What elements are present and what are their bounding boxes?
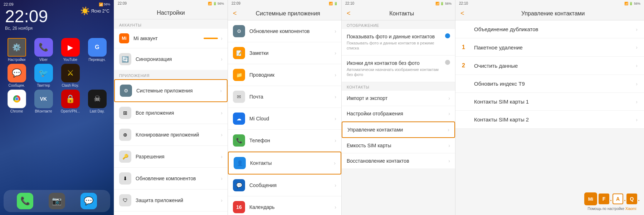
sim2-arrow: › (636, 117, 638, 123)
openvpn-icon: 🔒 (61, 90, 80, 108)
update-t9-item[interactable]: Обновить индекс T9 › (455, 75, 644, 93)
phone-arrow: › (335, 138, 336, 143)
mail-icon: ✉ (233, 91, 245, 103)
mi-account-arrow: › (221, 35, 223, 41)
sysapp-messages[interactable]: 💬 Сообщения › (228, 175, 341, 196)
settings-title: Настройки (119, 10, 223, 16)
system-apps-label: Системные приложения (136, 88, 220, 94)
sim2-item[interactable]: Контакты SIM карты 2 › (455, 111, 644, 129)
mail-label: Почта (249, 94, 335, 100)
update-components-icon: ⬇ (119, 172, 131, 185)
sysapp-notes[interactable]: 📝 Заметки › (228, 42, 341, 64)
show-photo-row[interactable]: Показывать фото и данные контактов Показ… (342, 29, 455, 56)
toggle-on-dot (445, 33, 450, 38)
faq-f-letter: F (599, 194, 609, 204)
icons-nophoto-toggle[interactable] (445, 60, 450, 65)
import-export-arrow: › (448, 95, 450, 101)
sysapp-contacts[interactable]: 👤 Контакты › (228, 152, 341, 175)
all-apps-icon: ⊞ (119, 107, 131, 119)
dock-camera[interactable]: 📷 (49, 193, 65, 209)
manage-panel: 22:10 📶 🔋 56% < Управление контактами Об… (455, 0, 644, 215)
show-photo-sub: Показывать фото и данные контактов в реж… (347, 40, 442, 51)
show-photo-text: Показывать фото и данные контактов Показ… (347, 33, 442, 51)
messages-label: Сообщения (249, 182, 335, 188)
merge-dupes-item[interactable]: Объединение дубликатов › (455, 20, 644, 38)
phone-label: Телефон (249, 138, 335, 143)
sysapp-mail[interactable]: ✉ Почта › (228, 86, 341, 108)
all-apps-item[interactable]: ⊞ Все приложения › (114, 102, 228, 124)
explorer-arrow: › (335, 72, 336, 78)
sysapps-back[interactable]: < (233, 10, 237, 17)
permissions-item[interactable]: 🔑 Разрешения › (114, 146, 228, 168)
update-components-item[interactable]: ⬇ Обновление компонентов › (114, 168, 228, 190)
settings-status-time: 22:09 (118, 1, 127, 5)
faq-mi-icon: Mi (584, 192, 597, 205)
icons-nophoto-sub: Автоматически назначать изображение конт… (347, 67, 442, 77)
svg-point-3 (15, 97, 18, 100)
contacts-status-bar: 22:10 📶 🔋 56% (342, 0, 455, 6)
sim2-label: Контакты SIM карты 2 (474, 116, 636, 123)
clear-arrow: › (636, 63, 638, 68)
contacts-label: Контакты (250, 160, 334, 166)
messages-icon2: 💬 (233, 179, 245, 191)
update-label: Обновление компонентов (249, 28, 335, 34)
manage-contacts-item[interactable]: Управление контактами › (342, 121, 455, 138)
sync-item[interactable]: 🔄 Синхронизация › (114, 48, 228, 70)
sync-label: Синхронизация (136, 56, 221, 62)
sim-capacity-arrow: › (448, 143, 450, 148)
manage-header: < Управление контактами (455, 6, 644, 20)
home-screen: 22:09 📶 56% 22:09 Вс, 26 ноября ☀️ Ясно … (0, 0, 114, 215)
mi-account-badge (204, 38, 218, 39)
section-apps: ПРИЛОЖЕНИЯ (114, 70, 228, 79)
vk-icon: VK (34, 90, 53, 108)
twitter-icon: 🐦 (34, 64, 53, 82)
sim1-label: Контакты SIM карты 1 (474, 99, 636, 105)
protection-item[interactable]: 🛡 Защита приложений › (114, 190, 228, 211)
sim1-item[interactable]: Контакты SIM карты 1 › (455, 93, 644, 111)
show-photo-toggle[interactable] (445, 33, 450, 38)
icons-nophoto-title: Иконки для контактов без фото (347, 60, 442, 66)
faq-q-letter: Q (626, 194, 637, 204)
sysapp-explorer[interactable]: 📁 Проводник › (228, 64, 341, 86)
weather-widget: ☀️ Ясно 2°C (80, 6, 109, 16)
system-apps-arrow: › (220, 88, 222, 94)
clone-item[interactable]: ⊕ Клонирование приложений › (114, 124, 228, 146)
sysapp-micloud[interactable]: ☁ Mi Cloud › (228, 108, 341, 130)
sysapps-header: < Системные приложения (228, 6, 341, 20)
dock-messages[interactable]: 💬 (80, 193, 97, 209)
icons-nophoto-text: Иконки для контактов без фото Автоматиче… (347, 60, 442, 77)
system-apps-item[interactable]: ⚙ Системные приложения › (114, 79, 228, 102)
sysapp-update[interactable]: ⚙ Обновление компонентов › (228, 20, 341, 42)
display-settings-arrow: › (448, 111, 450, 116)
sysapps-title: Системные приложения (240, 10, 336, 17)
manage-time: 22:10 (459, 1, 468, 5)
messages-arrow: › (335, 182, 336, 188)
viber-icon: 📞 (34, 38, 53, 57)
dock-phone[interactable]: 📞 (17, 193, 33, 209)
restore-item[interactable]: Восстановление контактов › (342, 153, 455, 168)
notes-icon: 📝 (233, 47, 245, 59)
clear-data-item[interactable]: 2 Очистить данные › (455, 57, 644, 75)
accounts-list: Mi Mi аккаунт › 🔄 Синхронизация › (114, 29, 228, 70)
settings-header: Настройки (114, 6, 228, 19)
manage-back[interactable]: < (460, 10, 464, 17)
batch-delete-item[interactable]: 1 Пакетное удаление › (455, 38, 644, 57)
all-apps-arrow: › (221, 110, 223, 116)
import-export-label: Импорт и экспорт (347, 95, 448, 101)
import-export-item[interactable]: Импорт и экспорт › (342, 91, 455, 106)
sysapps-time: 22:09 (231, 1, 240, 5)
sysapp-calendar[interactable]: 16 Календарь › (228, 196, 341, 215)
all-apps-label: Все приложения (136, 110, 221, 116)
calendar-arrow: › (335, 204, 336, 210)
report-item[interactable]: ⊙ Отчет › (114, 211, 228, 215)
icons-nophoto-row[interactable]: Иконки для контактов без фото Автоматиче… (342, 56, 455, 82)
weather-text: Ясно 2°C (91, 9, 109, 14)
mail-arrow: › (335, 94, 336, 100)
mi-account-label: Mi аккаунт (133, 35, 204, 41)
contacts-back[interactable]: < (347, 10, 351, 17)
sim-capacity-item[interactable]: Емкость SIM карты › (342, 138, 455, 153)
display-settings-item[interactable]: Настройки отображения › (342, 106, 455, 121)
mi-account-item[interactable]: Mi Mi аккаунт › (114, 29, 228, 48)
sysapps-status-icons: 📶 🔋 (329, 2, 338, 5)
sysapp-phone[interactable]: 📞 Телефон › (228, 130, 341, 152)
